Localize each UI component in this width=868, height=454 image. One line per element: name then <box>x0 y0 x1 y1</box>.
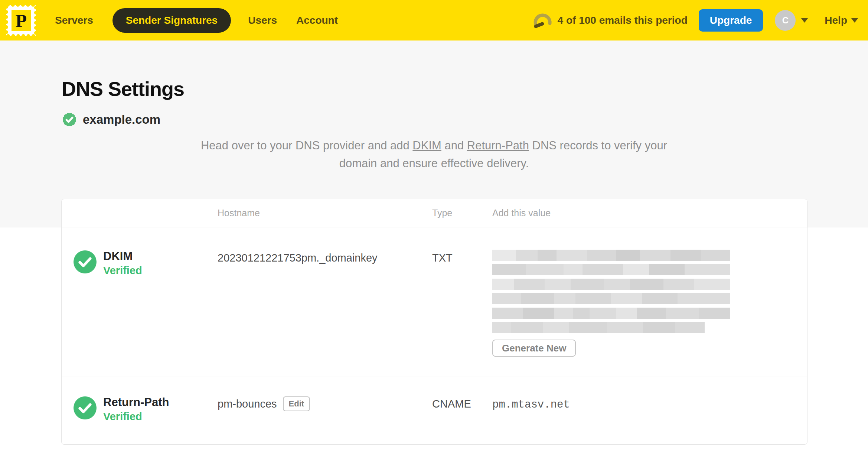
primary-nav: Servers Sender Signatures Users Account <box>55 8 357 33</box>
gauge-icon <box>532 12 552 29</box>
generate-new-button[interactable]: Generate New <box>492 340 576 357</box>
avatar[interactable]: C <box>775 10 796 31</box>
nav-item-servers[interactable]: Servers <box>55 14 93 26</box>
dkim-status-text: DKIM Verified <box>103 250 142 277</box>
return-path-status-text: Return-Path Verified <box>103 396 169 423</box>
nav-item-account[interactable]: Account <box>296 14 338 26</box>
dkim-hostname-value: 20230121221753pm._domainkey <box>218 252 378 264</box>
return-path-value: pm.mtasv.net <box>492 396 807 423</box>
domain-name: example.com <box>83 113 160 127</box>
usage-text: 4 of 100 emails this period <box>558 14 688 26</box>
redacted-dns-value <box>492 250 730 333</box>
record-name: DKIM <box>103 250 142 263</box>
redacted-line <box>492 264 730 275</box>
postmark-logo[interactable]: P <box>5 4 37 37</box>
intro-mid: and <box>441 139 467 152</box>
stamp-logo-icon: P <box>5 4 37 37</box>
chevron-down-icon <box>801 18 808 23</box>
header-value: Add this value <box>492 208 807 218</box>
dns-settings-screen: P Servers Sender Signatures Users Accoun… <box>0 0 868 454</box>
account-menu[interactable]: C <box>775 10 808 31</box>
intro-text: Head over to your DNS provider and add D… <box>0 137 868 172</box>
verified-seal-icon <box>61 111 78 128</box>
dkim-status-cell: DKIM Verified <box>62 250 218 357</box>
navbar-right: 4 of 100 emails this period Upgrade C He… <box>532 9 858 32</box>
chevron-down-icon <box>851 18 858 23</box>
return-path-hostname: pm-bounces Edit <box>218 396 432 423</box>
edit-button[interactable]: Edit <box>283 396 310 411</box>
check-circle-icon <box>74 396 97 419</box>
record-name: Return-Path <box>103 396 169 409</box>
return-path-hostname-value: pm-bounces <box>218 398 277 410</box>
intro-before: Head over to your DNS provider and add <box>201 139 412 152</box>
redacted-line <box>492 293 730 304</box>
usage-meter: 4 of 100 emails this period <box>532 12 688 29</box>
redacted-line <box>492 322 705 333</box>
dkim-link[interactable]: DKIM <box>412 139 441 152</box>
table-header-row: Hostname Type Add this value <box>62 199 807 227</box>
header-hostname: Hostname <box>218 208 432 218</box>
domain-row: example.com <box>61 111 160 128</box>
page-title: DNS Settings <box>62 77 184 100</box>
dns-records-card: Hostname Type Add this value DKIM Verifi… <box>61 199 807 445</box>
dkim-type: TXT <box>432 250 492 357</box>
upgrade-button[interactable]: Upgrade <box>699 9 763 32</box>
nav-item-sender-signatures[interactable]: Sender Signatures <box>112 8 231 33</box>
dkim-value-cell: Generate New <box>492 250 807 357</box>
help-menu[interactable]: Help <box>825 14 858 26</box>
redacted-line <box>492 279 730 290</box>
return-path-link[interactable]: Return-Path <box>467 139 529 152</box>
header-type: Type <box>432 208 492 218</box>
redacted-line <box>492 250 730 261</box>
dkim-hostname: 20230121221753pm._domainkey <box>218 250 432 357</box>
table-row-dkim: DKIM Verified 20230121221753pm._domainke… <box>62 227 807 376</box>
status-badge: Verified <box>103 265 142 277</box>
return-path-status-cell: Return-Path Verified <box>62 396 218 423</box>
redacted-line <box>492 308 730 319</box>
top-navbar: P Servers Sender Signatures Users Accoun… <box>0 0 868 40</box>
check-circle-icon <box>74 250 97 273</box>
return-path-type: CNAME <box>432 396 492 423</box>
nav-item-users[interactable]: Users <box>248 14 277 26</box>
help-label: Help <box>825 14 847 26</box>
status-badge: Verified <box>103 411 169 423</box>
svg-text:P: P <box>16 10 27 31</box>
table-row-return-path: Return-Path Verified pm-bounces Edit CNA… <box>62 376 807 444</box>
